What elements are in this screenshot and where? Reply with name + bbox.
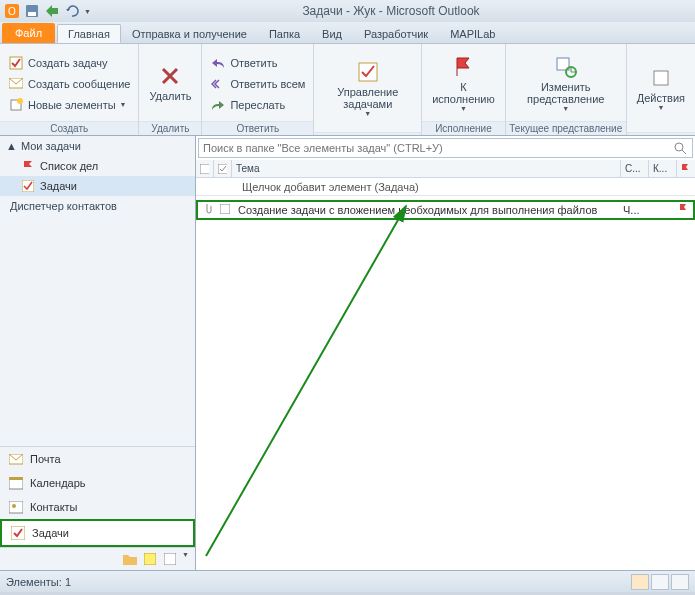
view-reading-button[interactable] [651,574,669,590]
col-c[interactable]: С... [621,160,649,177]
actions-button[interactable]: Действия ▼ [631,64,691,114]
reply-button[interactable]: Ответить [206,53,309,73]
svg-rect-20 [164,553,176,565]
qat-dropdown-icon[interactable]: ▼ [84,8,91,15]
nav-tasks[interactable]: Задачи [0,519,195,547]
chevron-down-icon: ▼ [364,110,371,118]
svg-rect-23 [218,164,227,174]
create-task-button[interactable]: Создать задачу [4,53,134,73]
manage-tasks-icon [356,60,380,84]
chevron-down-icon: ▼ [562,105,569,113]
chevron-down-icon: ▼ [657,104,664,112]
mail-icon [8,451,24,467]
create-message-button[interactable]: Создать сообщение [4,74,134,94]
tab-file[interactable]: Файл [2,23,55,43]
tab-view[interactable]: Вид [311,24,353,43]
status-items: Элементы: 1 [6,576,71,588]
col-k[interactable]: К... [649,160,677,177]
task-flag-icon[interactable] [675,204,693,216]
folder-icon[interactable] [122,551,138,567]
task-attachment-icon [198,203,216,217]
nav-mail[interactable]: Почта [0,447,195,471]
undo-icon[interactable] [64,3,80,19]
group-view-label: Текущее представление [506,121,626,135]
change-view-button[interactable]: Изменить представление ▼ [510,53,622,115]
window-title: Задачи - Жук - Microsoft Outlook [91,4,691,18]
tab-mapilab[interactable]: MAPILab [439,24,506,43]
task-icon [8,55,24,71]
new-items-icon [8,97,24,113]
flag-icon [451,55,475,79]
status-bar: Элементы: 1 [0,570,695,592]
group-view: Изменить представление ▼ Текущее предста… [506,44,627,135]
new-items-button[interactable]: Новые элементы▼ [4,95,134,115]
group-create-label: Создать [0,121,138,135]
search-icon[interactable] [672,140,688,156]
forward-icon [210,97,226,113]
sidebar-item-tasks[interactable]: Задачи [0,176,195,196]
svg-rect-19 [144,553,156,565]
search-input[interactable] [203,142,672,154]
nav-shortcuts: ▼ [0,547,195,570]
group-exec: К исполнению ▼ Исполнение [422,44,506,135]
col-flag[interactable] [677,160,695,177]
col-complete[interactable] [214,160,232,177]
followup-button[interactable]: К исполнению ▼ [426,53,501,115]
view-normal-button[interactable] [631,574,649,590]
group-delete-label: Удалить [139,121,201,135]
group-reply: Ответить Ответить всем Переслать Ответит… [202,44,314,135]
nav-calendar[interactable]: Календарь [0,471,195,495]
replyall-button[interactable]: Ответить всем [206,74,309,94]
task-list-pane: Тема С... К... Щелчок добавит элемент (З… [196,136,695,570]
col-icon[interactable] [196,160,214,177]
group-manage-label [314,132,421,135]
group-exec-label: Исполнение [422,121,505,135]
task-row[interactable]: Создание задачи с вложением необходимых … [196,200,695,220]
my-tasks-header[interactable]: ▲Мои задачи [0,136,195,156]
new-items-label: Новые элементы [28,99,116,111]
svg-rect-11 [654,71,668,85]
my-tasks-label: Мои задачи [21,140,81,152]
new-task-hint: Щелчок добавит элемент (Задача) [242,181,419,193]
svg-rect-16 [9,501,23,513]
reply-icon [210,55,226,71]
delete-button[interactable]: Удалить [143,62,197,104]
nav-contacts[interactable]: Контакты [0,495,195,519]
task-complete-checkbox[interactable] [216,204,234,216]
group-actions: Действия ▼ [627,44,695,135]
actions-label: Действия [637,92,685,104]
sendall-icon[interactable] [44,3,60,19]
task-icon [20,178,36,194]
shortcuts-icon[interactable] [162,551,178,567]
notes-icon[interactable] [142,551,158,567]
task-icon [10,525,26,541]
replyall-icon [210,76,226,92]
group-actions-label [627,132,695,135]
flag-icon [20,158,36,174]
sidebar-item-todolist[interactable]: Список дел [0,156,195,176]
tab-developer[interactable]: Разработчик [353,24,439,43]
col-subject[interactable]: Тема [232,160,621,177]
tab-folder[interactable]: Папка [258,24,311,43]
nav-config-icon[interactable]: ▼ [182,551,189,567]
search-box[interactable] [198,138,693,158]
tab-home[interactable]: Главная [57,24,121,43]
delete-icon [158,64,182,88]
manage-tasks-button[interactable]: Управление задачами ▼ [318,58,417,120]
replyall-label: Ответить всем [230,78,305,90]
new-task-row[interactable]: Щелчок добавит элемент (Задача) [196,178,695,196]
forward-button[interactable]: Переслать [206,95,309,115]
view-todo-button[interactable] [671,574,689,590]
navigation-pane: ▲Мои задачи Список дел Задачи Диспетчер … [0,136,196,570]
change-view-label: Изменить представление [516,81,616,105]
save-icon[interactable] [24,3,40,19]
contacts-icon [8,499,24,515]
contact-dispatcher[interactable]: Диспетчер контактов [0,196,195,216]
delete-label: Удалить [149,90,191,102]
task-subject: Создание задачи с вложением необходимых … [234,204,619,216]
expand-icon: ▲ [6,140,17,152]
group-manage: Управление задачами ▼ [314,44,422,135]
svg-line-25 [206,206,406,556]
create-task-label: Создать задачу [28,57,108,69]
tab-sendreceive[interactable]: Отправка и получение [121,24,258,43]
